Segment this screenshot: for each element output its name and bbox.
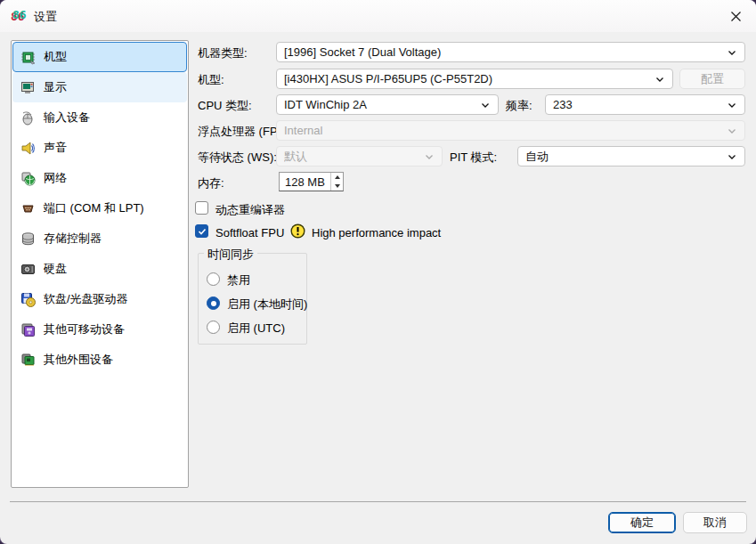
cpu-type-value: IDT WinChip 2A <box>284 98 480 111</box>
sidebar-item-hard-disks[interactable]: 硬盘 <box>12 254 187 284</box>
hard-disk-icon <box>20 262 36 277</box>
sidebar-item-label: 存储控制器 <box>44 231 102 247</box>
time-sync-title: 时间同步 <box>204 247 257 263</box>
softfloat-checkbox[interactable] <box>195 224 208 238</box>
sidebar-item-label: 显示 <box>44 79 67 95</box>
ok-button[interactable]: 确定 <box>608 512 676 533</box>
sidebar-item-network[interactable]: 网络 <box>12 163 187 193</box>
ports-icon <box>20 201 36 216</box>
arrow-up-icon <box>335 175 340 179</box>
time-sync-utc-label: 启用 (UTC) <box>227 321 285 336</box>
arrow-down-icon <box>335 184 340 188</box>
input-devices-icon <box>20 110 36 126</box>
pit-mode-label: PIT 模式: <box>450 150 497 165</box>
softfloat-label: Softfloat FPU <box>215 225 284 240</box>
sidebar-item-machine[interactable]: 机型 <box>12 42 187 72</box>
removable-devices-icon <box>20 322 36 337</box>
footer-separator <box>10 501 746 502</box>
floppy-cdrom-icon <box>20 292 36 307</box>
wait-states-value: 默认 <box>284 149 424 165</box>
speed-value: 233 <box>553 98 727 111</box>
configure-machine-button[interactable]: 配置 <box>679 69 745 89</box>
chevron-down-icon <box>654 74 665 85</box>
memory-spinner[interactable]: 128 MB <box>279 172 344 191</box>
cpu-type-select[interactable]: IDT WinChip 2A <box>276 94 499 115</box>
sidebar-item-label: 端口 (COM 和 LPT) <box>44 200 144 216</box>
category-list: 机型 显示 输入设备 声音 <box>11 40 189 488</box>
sidebar-item-label: 声音 <box>44 140 67 156</box>
display-icon <box>20 80 36 95</box>
memory-increment-button[interactable] <box>331 173 343 182</box>
cancel-button[interactable]: 取消 <box>683 512 747 533</box>
chevron-down-icon <box>727 47 737 58</box>
network-icon <box>20 171 36 186</box>
pit-mode-value: 自动 <box>525 149 727 165</box>
dynarec-checkbox[interactable] <box>195 201 208 215</box>
time-sync-local-label: 启用 (本地时间) <box>227 296 307 312</box>
close-icon <box>730 11 742 22</box>
window-title: 设置 <box>34 9 57 25</box>
chevron-down-icon <box>424 151 435 162</box>
memory-value: 128 MB <box>280 173 330 191</box>
chevron-down-icon <box>480 100 491 110</box>
sidebar-item-label: 硬盘 <box>44 261 67 277</box>
sidebar-item-input-devices[interactable]: 输入设备 <box>12 102 187 133</box>
fpu-select: Internal <box>276 120 745 141</box>
sidebar-item-other-removable[interactable]: 其他可移动设备 <box>12 314 187 345</box>
wait-states-label: 等待状态 (WS): <box>198 150 277 165</box>
sidebar-item-other-peripherals[interactable]: 其他外围设备 <box>12 345 187 375</box>
softfloat-warning-text: High performance impact <box>312 225 441 240</box>
machine-label: 机型: <box>198 72 224 87</box>
sidebar-item-label: 输入设备 <box>44 110 90 126</box>
time-sync-utc-radio[interactable] <box>207 321 220 334</box>
sidebar-item-label: 软盘/光盘驱动器 <box>44 291 128 307</box>
machine-type-select[interactable]: [1996] Socket 7 (Dual Voltage) <box>276 42 745 62</box>
pit-mode-select[interactable]: 自动 <box>517 146 745 166</box>
sidebar-item-ports[interactable]: 端口 (COM 和 LPT) <box>12 193 187 223</box>
sidebar-item-storage-controllers[interactable]: 存储控制器 <box>12 223 187 254</box>
machine-type-value: [1996] Socket 7 (Dual Voltage) <box>284 45 727 59</box>
sidebar-item-label: 其他可移动设备 <box>44 321 125 337</box>
fpu-value: Internal <box>284 124 727 137</box>
check-icon <box>198 227 207 236</box>
settings-dialog: 86 86 设置 机型 <box>0 0 756 544</box>
machine-icon <box>20 50 36 65</box>
titlebar: 86 86 设置 <box>0 0 756 32</box>
sound-icon <box>20 141 36 156</box>
sidebar-item-label: 其他外围设备 <box>44 352 113 368</box>
sidebar-item-label: 网络 <box>44 170 67 186</box>
memory-label: 内存: <box>198 175 224 191</box>
wait-states-select: 默认 <box>276 146 443 166</box>
sidebar-item-label: 机型 <box>44 49 67 65</box>
warning-icon <box>290 223 305 239</box>
sidebar-item-display[interactable]: 显示 <box>12 72 187 102</box>
memory-decrement-button[interactable] <box>331 182 343 191</box>
peripherals-icon <box>20 353 36 368</box>
time-sync-disabled-label: 禁用 <box>227 272 250 288</box>
dynarec-label: 动态重编译器 <box>215 202 285 217</box>
svg-text:86: 86 <box>12 8 27 21</box>
close-button[interactable] <box>715 0 756 32</box>
speed-select[interactable]: 233 <box>545 94 745 115</box>
chevron-down-icon <box>727 126 737 136</box>
machine-type-label: 机器类型: <box>198 45 248 61</box>
machine-select[interactable]: [i430HX] ASUS P/I-P65UP5 (C-P55T2D) <box>276 69 673 89</box>
time-sync-local-radio[interactable] <box>207 296 220 310</box>
sidebar-item-floppy-cdrom[interactable]: 软盘/光盘驱动器 <box>12 284 187 314</box>
storage-controllers-icon <box>20 231 36 247</box>
machine-value: [i430HX] ASUS P/I-P65UP5 (C-P55T2D) <box>284 72 654 85</box>
chevron-down-icon <box>727 151 737 162</box>
chevron-down-icon <box>727 100 737 110</box>
sidebar-item-sound[interactable]: 声音 <box>12 133 187 163</box>
app-icon-86box: 86 86 <box>10 7 28 25</box>
time-sync-disabled-radio[interactable] <box>207 272 220 286</box>
speed-label: 频率: <box>506 98 532 113</box>
cpu-type-label: CPU 类型: <box>198 98 252 113</box>
